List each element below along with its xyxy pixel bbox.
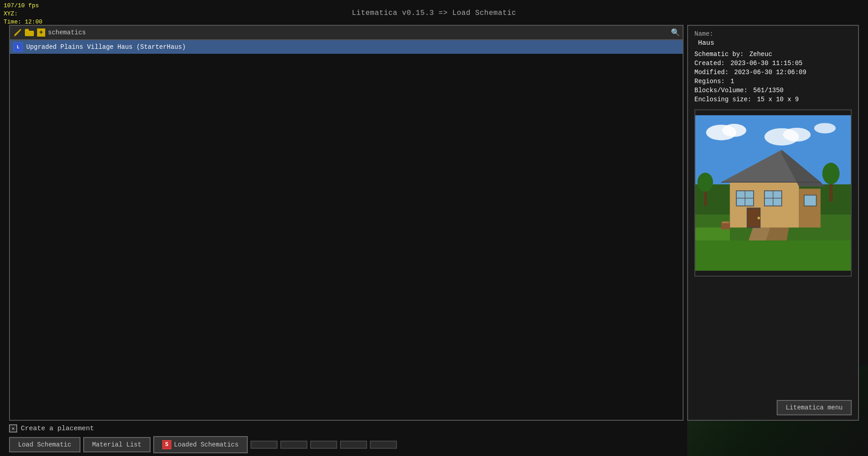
file-list: L Upgraded Plains Village Haus (StarterH… [10, 40, 683, 420]
empty-slot-2[interactable] [280, 441, 307, 449]
loaded-schematics-icon: S [162, 440, 171, 449]
svg-point-22 [758, 217, 760, 220]
modified-row: Modified: 2023-06-30 12:06:09 [694, 69, 852, 76]
regions-label: Regions: [694, 78, 725, 85]
info-panel: Name: Haus Schematic by: Zeheuc Created:… [687, 25, 859, 421]
search-icon[interactable]: 🔍 [671, 28, 680, 37]
svg-rect-27 [722, 221, 729, 223]
edit-icon-btn[interactable] [13, 28, 23, 38]
regions-value: 1 [731, 78, 734, 85]
schematic-by-row: Schematic by: Zeheuc [694, 51, 852, 58]
empty-slot-4[interactable] [340, 441, 367, 449]
schematic-by-label: Schematic by: [694, 51, 744, 58]
preview-container [694, 109, 852, 277]
created-label: Created: [694, 60, 725, 67]
file-item[interactable]: L Upgraded Plains Village Haus (StarterH… [10, 40, 683, 54]
svg-point-4 [783, 128, 811, 142]
file-type-badge: L [14, 42, 23, 52]
preview-image [695, 110, 851, 276]
blocks-volume-row: Blocks/Volume: 561/1350 [694, 87, 852, 94]
schematic-by-value: Zeheuc [750, 51, 772, 58]
folder-icon-btn[interactable] [24, 28, 34, 38]
created-row: Created: 2023-06-30 11:15:05 [694, 60, 852, 67]
svg-point-29 [822, 163, 840, 184]
modified-label: Modified: [694, 69, 729, 76]
regions-row: Regions: 1 [694, 78, 852, 85]
enclosing-label: Enclosing size: [694, 96, 751, 103]
add-folder-icon-btn[interactable]: + [36, 28, 46, 38]
svg-rect-26 [721, 222, 730, 229]
create-placement-checkbox[interactable] [9, 424, 17, 432]
loaded-schematics-label: Loaded Schematics [174, 441, 239, 448]
info-panel-footer: Litematica menu [694, 400, 852, 415]
blocks-volume-label: Blocks/Volume: [694, 87, 748, 94]
file-browser-panel: + schematics 🔍 L Upgraded Plains Village… [9, 25, 684, 421]
svg-point-5 [814, 123, 836, 133]
create-placement-label: Create a placement [21, 425, 94, 432]
loaded-schematics-button[interactable]: S Loaded Schematics [153, 436, 248, 453]
empty-slot-3[interactable] [310, 441, 337, 449]
svg-point-2 [722, 124, 746, 137]
litematica-menu-button[interactable]: Litematica menu [777, 400, 852, 415]
created-value: 2023-06-30 11:15:05 [731, 60, 803, 67]
bottom-bar: Create a placement Load Schematic Materi… [9, 421, 859, 456]
path-input[interactable]: schematics [48, 29, 669, 36]
empty-slot-1[interactable] [250, 441, 278, 449]
title-bar: Litematica v0.15.3 => Load Schematic [0, 9, 868, 17]
empty-slot-5[interactable] [370, 441, 397, 449]
file-name: Upgraded Plains Village Haus (StarterHau… [26, 43, 186, 51]
svg-rect-11 [799, 188, 821, 227]
svg-rect-23 [804, 195, 816, 206]
main-dialog: + schematics 🔍 L Upgraded Plains Village… [9, 25, 859, 456]
enclosing-value: 15 x 10 x 9 [757, 96, 798, 103]
svg-point-31 [698, 173, 713, 192]
buttons-row: Load Schematic Material List S Loaded Sc… [9, 436, 859, 453]
modified-value: 2023-06-30 12:06:09 [734, 69, 807, 76]
name-value: Haus [698, 39, 852, 47]
window-title: Litematica v0.15.3 => Load Schematic [352, 9, 516, 17]
material-list-button[interactable]: Material List [83, 437, 151, 452]
content-area: + schematics 🔍 L Upgraded Plains Village… [9, 25, 859, 421]
load-schematic-button[interactable]: Load Schematic [9, 437, 80, 452]
enclosing-row: Enclosing size: 15 x 10 x 9 [694, 96, 852, 103]
blocks-volume-value: 561/1350 [753, 87, 783, 94]
path-bar: + schematics 🔍 [10, 26, 683, 40]
create-placement-row: Create a placement [9, 424, 859, 432]
name-label: Name: [694, 30, 852, 38]
svg-rect-25 [695, 240, 851, 271]
